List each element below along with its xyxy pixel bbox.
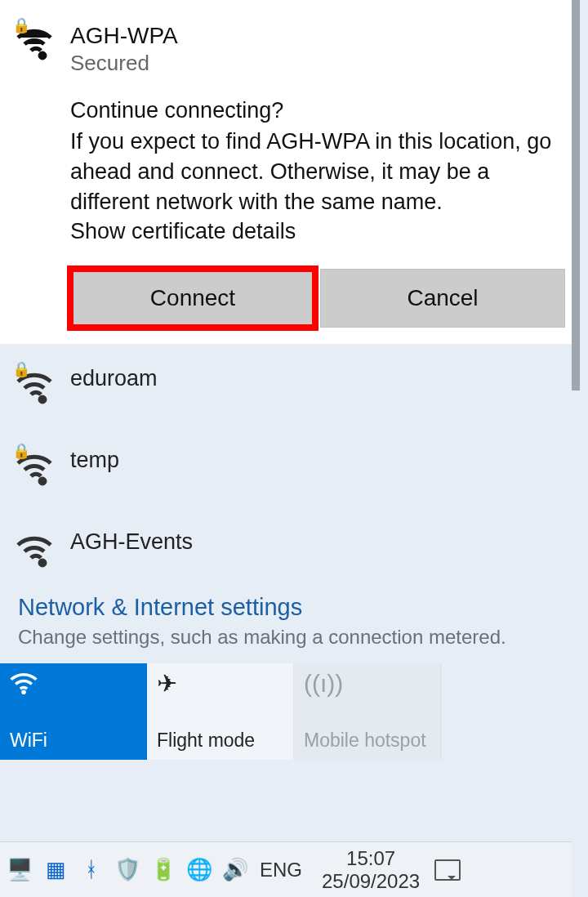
wifi-secured-icon: 🔒	[15, 21, 54, 60]
action-center-icon[interactable]	[434, 859, 461, 881]
cancel-button[interactable]: Cancel	[320, 269, 565, 328]
scrollbar[interactable]	[572, 0, 580, 390]
tray-volume-icon[interactable]: 🔊	[224, 859, 247, 881]
tray-security-icon[interactable]: 🛡️	[116, 859, 139, 881]
lock-icon: 🔒	[12, 442, 30, 460]
wifi-tile[interactable]: WiFi	[0, 663, 147, 760]
wifi-secured-icon: 🔒	[15, 447, 54, 486]
hotspot-icon: ((ı))	[304, 672, 430, 701]
network-name: temp	[70, 447, 565, 475]
show-certificate-link[interactable]: Show certificate details	[70, 219, 565, 244]
tray-app-icon[interactable]: ▦	[44, 859, 67, 881]
selected-network-name: AGH-WPA	[70, 21, 565, 50]
lock-icon: 🔒	[12, 360, 30, 378]
tray-monitor-icon[interactable]: 🖥️	[8, 859, 31, 881]
tray-bluetooth-icon[interactable]: ᚼ	[80, 859, 103, 881]
flight-tile-label: Flight mode	[157, 730, 283, 752]
airplane-icon: ✈	[157, 672, 283, 701]
network-settings-link[interactable]: Network & Internet settings Change setti…	[0, 589, 580, 663]
selected-network-card: 🔒 AGH-WPA Secured Continue connecting? I…	[0, 0, 580, 344]
network-name: AGH-Events	[70, 529, 565, 556]
wifi-open-icon	[15, 529, 54, 568]
svg-point-1	[38, 395, 47, 404]
prompt-title: Continue connecting?	[70, 98, 565, 123]
svg-point-4	[21, 690, 26, 695]
language-indicator[interactable]: ENG	[255, 859, 307, 881]
flight-mode-tile[interactable]: ✈ Flight mode	[147, 663, 294, 760]
hotspot-tile[interactable]: ((ı)) Mobile hotspot	[294, 663, 441, 760]
wifi-icon	[10, 672, 136, 701]
network-item[interactable]: 🔒eduroam	[0, 344, 580, 426]
tray-battery-icon[interactable]: 🔋	[152, 859, 175, 881]
clock-time: 15:07	[322, 847, 420, 870]
svg-point-2	[38, 477, 47, 485]
network-name: eduroam	[70, 365, 565, 393]
network-item[interactable]: 🔒temp	[0, 426, 580, 507]
connect-button[interactable]: Connect	[70, 269, 315, 328]
settings-description: Change settings, such as making a connec…	[18, 626, 562, 649]
clock-date: 25/09/2023	[322, 870, 420, 893]
clock[interactable]: 15:07 25/09/2023	[315, 847, 426, 892]
wifi-secured-icon: 🔒	[15, 365, 54, 404]
selected-network-status: Secured	[70, 50, 565, 77]
svg-point-3	[38, 559, 47, 567]
wifi-tile-label: WiFi	[10, 730, 136, 752]
taskbar: 🖥️ ▦ ᚼ 🛡️ 🔋 🌐 🔊 ENG 15:07 25/09/2023	[0, 841, 572, 897]
lock-icon: 🔒	[12, 16, 30, 34]
prompt-body: If you expect to find AGH-WPA in this lo…	[70, 127, 565, 218]
network-item[interactable]: AGH-Events	[0, 507, 580, 589]
hotspot-tile-label: Mobile hotspot	[304, 730, 430, 752]
svg-point-0	[38, 51, 47, 60]
tray-network-icon[interactable]: 🌐	[188, 859, 211, 881]
settings-title: Network & Internet settings	[18, 594, 562, 621]
